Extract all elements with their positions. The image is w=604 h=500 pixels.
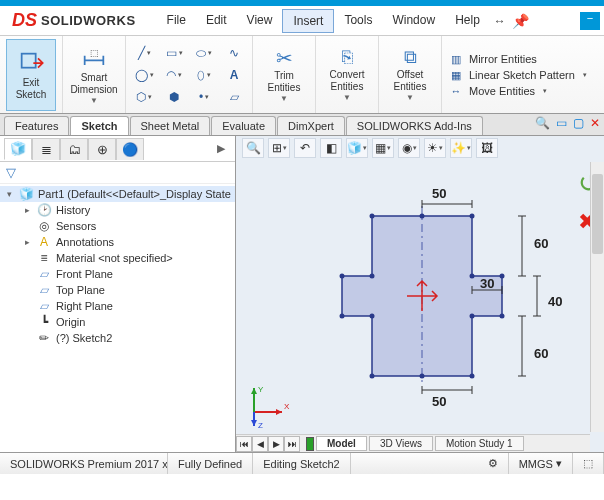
- menu-insert[interactable]: Insert: [282, 9, 334, 33]
- circle-tool[interactable]: ◯▾: [132, 65, 156, 85]
- zoom-fit-button[interactable]: 🔍: [242, 138, 264, 158]
- offset-entities-button[interactable]: ⧉ Offset Entities ▼: [385, 39, 435, 111]
- status-icon[interactable]: ⬚: [573, 453, 604, 474]
- dim-60-lower[interactable]: 60: [534, 346, 548, 361]
- tab-features[interactable]: Features: [4, 116, 69, 135]
- svg-marker-22: [251, 420, 257, 426]
- dim-50-top[interactable]: 50: [432, 186, 446, 201]
- move-icon: ↔: [448, 85, 464, 97]
- status-edit-mode: Editing Sketch2: [253, 453, 350, 474]
- status-units[interactable]: MMGS ▾: [509, 453, 573, 474]
- point-tool[interactable]: •▾: [192, 87, 216, 107]
- display-tab[interactable]: 🔵: [116, 138, 144, 160]
- tab-sheet-metal[interactable]: Sheet Metal: [130, 116, 211, 135]
- entity-ops-list: ▥Mirror Entities ▦Linear Sketch Pattern▾…: [442, 36, 593, 113]
- chevron-right-icon[interactable]: ▶: [211, 142, 231, 155]
- tree-right-plane[interactable]: ▱Right Plane: [0, 298, 235, 314]
- tree-history-label: History: [56, 204, 90, 216]
- exit-sketch-icon: [17, 49, 45, 77]
- search-icon[interactable]: 🔍: [535, 116, 550, 130]
- pin-icon[interactable]: 📌: [512, 13, 529, 29]
- status-extra-icon[interactable]: ⚙: [478, 453, 509, 474]
- tab-addins[interactable]: SOLIDWORKS Add-Ins: [346, 116, 483, 135]
- scrollbar-vertical[interactable]: [590, 162, 604, 432]
- exit-sketch-button[interactable]: Exit Sketch: [6, 39, 56, 111]
- polygon-tool[interactable]: ⬡▾: [132, 87, 156, 107]
- bottom-tab-motion[interactable]: Motion Study 1: [435, 436, 524, 451]
- menu-bar: DS SOLIDWORKS File Edit View Insert Tool…: [0, 6, 604, 36]
- menu-file[interactable]: File: [157, 9, 196, 33]
- property-tab[interactable]: ≣: [32, 138, 60, 160]
- menu-window[interactable]: Window: [382, 9, 445, 33]
- tree-part-node[interactable]: ▾🧊Part1 (Default<<Default>_Display State: [0, 186, 235, 202]
- tab-nav-prev[interactable]: ◀: [252, 436, 268, 452]
- menu-view[interactable]: View: [237, 9, 283, 33]
- tree-sensors[interactable]: ◎Sensors: [0, 218, 235, 234]
- dim-40[interactable]: 40: [548, 294, 562, 309]
- dim-60-upper[interactable]: 60: [534, 236, 548, 251]
- trim-entities-button[interactable]: ✂ Trim Entities ▼: [259, 39, 309, 111]
- move-entities-button[interactable]: ↔Move Entities▾: [448, 85, 587, 97]
- tree-front-label: Front Plane: [56, 268, 113, 280]
- move-label: Move Entities: [469, 85, 535, 97]
- zoom-area-button[interactable]: ⊞▾: [268, 138, 290, 158]
- tab-evaluate[interactable]: Evaluate: [211, 116, 276, 135]
- tab-nav-last[interactable]: ⏭: [284, 436, 300, 452]
- bottom-tab-3dviews[interactable]: 3D Views: [369, 436, 433, 451]
- mirror-label: Mirror Entities: [469, 53, 537, 65]
- feature-tree-tab[interactable]: 🧊: [4, 138, 32, 160]
- dim-tab[interactable]: ⊕: [88, 138, 116, 160]
- menu-tools[interactable]: Tools: [334, 9, 382, 33]
- sketch-tools-grid: ╱▾ ▭▾ ⬭▾ ∿ ◯▾ ◠▾ ⬯▾ A ⬡▾ ⬢ •▾ ▱: [126, 36, 253, 113]
- tree-annotations[interactable]: ▸AAnnotations: [0, 234, 235, 250]
- text-tool[interactable]: A: [222, 65, 246, 85]
- menu-edit[interactable]: Edit: [196, 9, 237, 33]
- tree-material[interactable]: ≡Material <not specified>: [0, 250, 235, 266]
- dim-30[interactable]: 30: [480, 276, 494, 291]
- tree-top-plane[interactable]: ▱Top Plane: [0, 282, 235, 298]
- dim-50-bottom[interactable]: 50: [432, 394, 446, 409]
- smart-dimension-button[interactable]: ⬚ Smart Dimension ▼: [69, 39, 119, 111]
- minimize-icon[interactable]: −: [580, 12, 600, 30]
- convert-entities-button[interactable]: ⎘ Convert Entities ▼: [322, 39, 372, 111]
- minimize-window-icon[interactable]: ▭: [556, 116, 567, 130]
- ellipse-tool[interactable]: ⬯▾: [192, 65, 216, 85]
- filter-icon[interactable]: ▽: [6, 165, 16, 180]
- svg-marker-20: [251, 388, 257, 394]
- workspace: 🧊 ≣ 🗂 ⊕ 🔵 ▶ ▽ ▾🧊Part1 (Default<<Default>…: [0, 136, 604, 452]
- maximize-window-icon[interactable]: ▢: [573, 116, 584, 130]
- config-tab[interactable]: 🗂: [60, 138, 88, 160]
- view-settings-button[interactable]: 🖼: [476, 138, 498, 158]
- spline-tool[interactable]: ∿: [222, 43, 246, 63]
- close-icon[interactable]: ✕: [590, 116, 600, 130]
- tab-nav-next[interactable]: ▶: [268, 436, 284, 452]
- rect-tool[interactable]: ▭▾: [162, 43, 186, 63]
- smart-dimension-icon: ⬚: [80, 44, 108, 72]
- app-logo[interactable]: DS SOLIDWORKS: [4, 6, 145, 35]
- prev-view-button[interactable]: ↶: [294, 138, 316, 158]
- tree-front-plane[interactable]: ▱Front Plane: [0, 266, 235, 282]
- tab-nav-first[interactable]: ⏮: [236, 436, 252, 452]
- hide-show-button[interactable]: ◉▾: [398, 138, 420, 158]
- bottom-tab-model[interactable]: Model: [316, 436, 367, 451]
- graphics-viewport[interactable]: 🔍 ⊞▾ ↶ ◧ 🧊▾ ▦▾ ◉▾ ☀▾ ✨▾ 🖼 ↺ ✖: [236, 136, 604, 452]
- linear-pattern-button[interactable]: ▦Linear Sketch Pattern▾: [448, 69, 587, 82]
- menu-help[interactable]: Help: [445, 9, 490, 33]
- appearance-button[interactable]: ✨▾: [450, 138, 472, 158]
- tree-origin[interactable]: ┗Origin: [0, 314, 235, 330]
- tab-dimxpert[interactable]: DimXpert: [277, 116, 345, 135]
- svg-point-3: [370, 214, 375, 219]
- display-style-button[interactable]: ▦▾: [372, 138, 394, 158]
- tab-sketch[interactable]: Sketch: [70, 116, 128, 135]
- plane-tool[interactable]: ▱: [222, 87, 246, 107]
- hex-tool[interactable]: ⬢: [162, 87, 186, 107]
- view-orient-button[interactable]: 🧊▾: [346, 138, 368, 158]
- slot-tool[interactable]: ⬭▾: [192, 43, 216, 63]
- tree-history[interactable]: ▸🕑History: [0, 202, 235, 218]
- arc-tool[interactable]: ◠▾: [162, 65, 186, 85]
- mirror-entities-button[interactable]: ▥Mirror Entities: [448, 53, 587, 66]
- section-view-button[interactable]: ◧: [320, 138, 342, 158]
- scene-button[interactable]: ☀▾: [424, 138, 446, 158]
- line-tool[interactable]: ╱▾: [132, 43, 156, 63]
- tree-sketch2[interactable]: ✏(?) Sketch2: [0, 330, 235, 346]
